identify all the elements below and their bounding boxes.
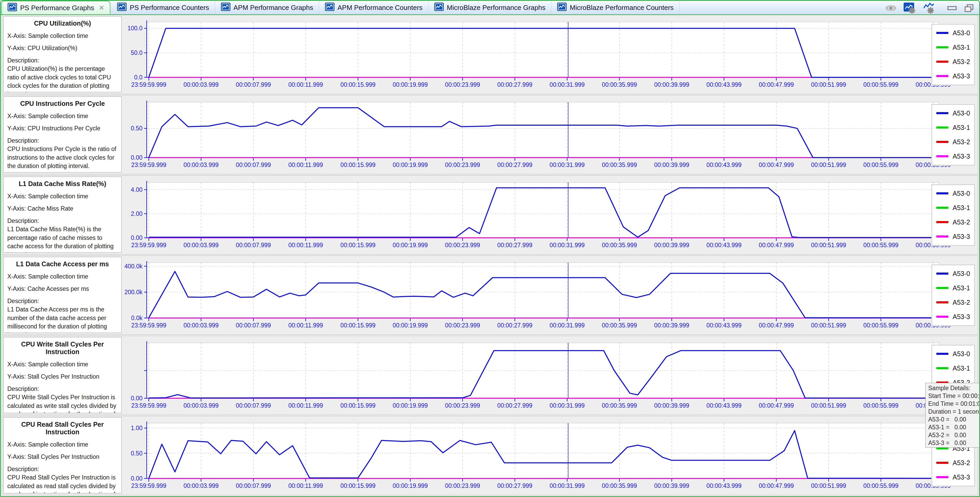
x-tick-label: 00:00:07.999: [236, 483, 271, 489]
legend-item-A53-2: A53-2: [936, 459, 970, 467]
minimize-icon[interactable]: [947, 5, 957, 12]
x-tick-label: 00:00:15.999: [340, 402, 375, 409]
tooltip-line: A53-1 = 0.00: [928, 423, 980, 431]
legend-item-A53-0: A53-0: [936, 350, 970, 358]
x-axis-label: X-Axis: Sample collection time: [7, 441, 118, 448]
x-tick-label: 00:00:11.999: [288, 322, 323, 329]
legend-label: A53-1: [953, 204, 970, 212]
plot-svg[interactable]: 23:59:59.99900:00:03.99900:00:07.99900:0…: [122, 176, 980, 254]
chart-title: CPU Utilization(%): [7, 20, 118, 27]
tab-apm-performance-graphs[interactable]: APM Performance Graphs: [215, 1, 319, 14]
legend-label: A53-3: [953, 72, 970, 80]
x-tick-label: 00:00:03.999: [183, 402, 219, 409]
legend-swatch-icon: [936, 112, 948, 114]
x-tick-label: 00:00:47.999: [759, 483, 794, 489]
chart-plot-region: 23:59:59.99900:00:03.99900:00:07.99900:0…: [122, 416, 980, 495]
plot-svg[interactable]: 23:59:59.99900:00:03.99900:00:07.99900:0…: [122, 95, 980, 174]
x-tick-label: 23:59:59.999: [131, 322, 166, 329]
chart-row-5: CPU Write Stall Cycles Per InstructionX-…: [2, 336, 978, 415]
legend-item-A53-0: A53-0: [936, 270, 970, 278]
x-tick-label: 00:00:27.999: [497, 242, 532, 249]
graph-settings-blue-icon[interactable]: [904, 2, 916, 15]
tooltip-line: Start Time = 00:00:59: [928, 392, 980, 400]
legend-swatch-icon: [936, 235, 948, 238]
x-axis-label: X-Axis: Sample collection time: [7, 361, 118, 368]
restore-icon[interactable]: [964, 4, 975, 14]
x-tick-label: 00:00:51.999: [811, 162, 846, 168]
view-toolbar: [885, 2, 975, 15]
y-tick-label: 0.00: [131, 395, 143, 402]
legend-label: A53-2: [953, 218, 970, 226]
eye-icon[interactable]: [885, 4, 897, 13]
y-tick-label: 200.0k: [124, 289, 143, 295]
legend-swatch-icon: [936, 316, 948, 318]
legend-item-A53-1: A53-1: [936, 124, 970, 132]
x-tick-label: 00:00:39.999: [654, 81, 689, 88]
sample-details-tooltip: Sample Details:Start Time = 00:00:59End …: [925, 383, 980, 448]
legend-item-A53-1: A53-1: [936, 284, 970, 292]
y-tick-label: 400.0k: [124, 263, 143, 270]
y-axis-label: Y-Axis: CPU Utilization(%): [7, 45, 118, 52]
legend-swatch-icon: [936, 287, 948, 289]
y-tick-label: 0.00: [131, 475, 143, 482]
legend-swatch-icon: [936, 462, 948, 464]
legend-label: A53-0: [953, 350, 970, 358]
legend-swatch-icon: [936, 447, 948, 449]
plot-svg[interactable]: 23:59:59.99900:00:03.99900:00:07.99900:0…: [122, 256, 980, 335]
x-tick-label: 00:00:03.999: [183, 322, 219, 329]
description-panel: CPU Instructions Per CycleX-Axis: Sample…: [3, 97, 122, 173]
legend-swatch-icon: [936, 46, 948, 48]
y-axis-label: Y-Axis: CPU Instructions Per Cycle: [7, 125, 118, 132]
tab-microblaze-performance-graphs[interactable]: MicroBlaze Performance Graphs: [428, 1, 552, 14]
legend-label: A53-2: [953, 58, 970, 65]
tab-ps-performance-counters[interactable]: PS Performance Counters: [111, 1, 215, 14]
x-tick-label: 00:00:47.999: [759, 402, 794, 409]
legend-item-A53-3: A53-3: [936, 233, 970, 240]
y-tick-label: 0.50: [131, 450, 143, 457]
plot-svg[interactable]: 23:59:59.99900:00:03.99900:00:07.99900:0…: [122, 416, 980, 495]
tab-apm-performance-counters[interactable]: APM Performance Counters: [319, 1, 428, 14]
tab-close-icon[interactable]: ✕: [99, 4, 104, 11]
x-tick-label: 00:00:31.999: [550, 322, 585, 329]
plot-svg[interactable]: 23:59:59.99900:00:03.99900:00:07.99900:0…: [122, 15, 980, 94]
x-tick-label: 00:00:43.999: [706, 322, 741, 329]
y-tick-label: 0.50: [131, 125, 143, 132]
legend-label: A53-0: [953, 110, 970, 117]
tab-label: APM Performance Graphs: [234, 4, 313, 12]
legend-label: A53-2: [953, 459, 970, 467]
tab-microblaze-performance-counters[interactable]: MicroBlaze Performance Counters: [552, 1, 679, 14]
chart-row-2: CPU Instructions Per CycleX-Axis: Sample…: [2, 95, 978, 174]
x-tick-label: 00:00:55.999: [863, 81, 899, 88]
legend-swatch-icon: [936, 75, 948, 77]
description-label: Description:: [7, 466, 118, 473]
y-tick-label: 4.00: [131, 186, 143, 193]
chart-legend: A53-0A53-1A53-2A53-3: [932, 104, 975, 165]
x-tick-label: 00:00:15.999: [340, 81, 375, 88]
legend-item-A53-2: A53-2: [936, 218, 970, 226]
tooltip-line: A53-0 = 0.00: [928, 416, 980, 423]
y-axis-label: Y-Axis: Cache Miss Rate: [7, 205, 118, 212]
chart-plot-region: 23:59:59.99900:00:03.99900:00:07.99900:0…: [122, 15, 980, 94]
tooltip-line: A53-3 = 0.00: [928, 439, 980, 447]
x-tick-label: 00:00:43.999: [706, 162, 741, 168]
legend-item-A53-0: A53-0: [936, 190, 970, 197]
description-panel: CPU Write Stall Cycles Per InstructionX-…: [3, 337, 122, 413]
tooltip-title: Sample Details:: [928, 384, 980, 392]
y-tick-label: 0.00: [131, 154, 143, 161]
plot-svg[interactable]: 23:59:59.99900:00:03.99900:00:07.99900:0…: [122, 336, 980, 415]
legend-label: A53-1: [953, 124, 970, 132]
x-tick-label: 00:00:39.999: [654, 402, 689, 409]
graph-settings-icon[interactable]: [923, 2, 935, 15]
y-tick-label: 2.00: [131, 210, 143, 217]
x-tick-label: 00:00:15.999: [340, 162, 375, 168]
y-tick-label: 0.0k: [131, 314, 143, 321]
legend-item-A53-3: A53-3: [936, 313, 970, 321]
x-tick-label: 00:00:55.999: [863, 402, 899, 409]
x-axis-label: X-Axis: Sample collection time: [7, 193, 118, 200]
x-tick-label: 00:00:27.999: [497, 81, 532, 88]
tab-ps-performance-graphs[interactable]: PS Performance Graphs✕: [1, 1, 110, 14]
y-tick-label: 100.0: [127, 25, 143, 32]
chart-title: L1 Data Cache Access per ms: [7, 260, 118, 268]
legend-swatch-icon: [936, 353, 948, 355]
chart-row-6: CPU Read Stall Cycles Per InstructionX-A…: [2, 416, 978, 495]
